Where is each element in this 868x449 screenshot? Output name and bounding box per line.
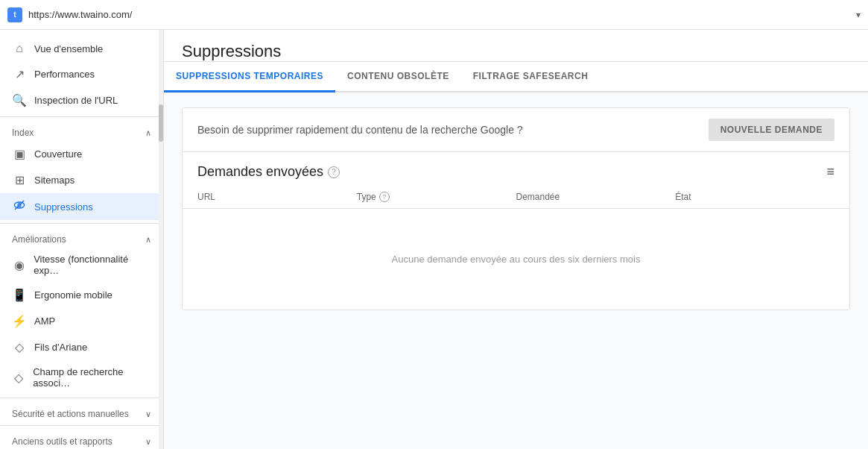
scrollbar-thumb[interactable] (159, 104, 163, 142)
sidebar-item-ergonomie[interactable]: 📱 Ergonomie mobile (0, 282, 163, 308)
sidebar-label-champ-recherche: Champ de recherche associ… (33, 366, 151, 389)
demandes-title-text: Demandes envoyées (197, 164, 323, 180)
col-type-info-icon[interactable]: ? (379, 192, 390, 202)
url-chevron[interactable]: ▾ (856, 10, 861, 20)
grid-icon: ⊞ (12, 173, 27, 187)
empty-state: Aucune demande envoyée au cours des six … (183, 209, 849, 310)
sidebar-label-suppressions: Suppressions (34, 201, 93, 213)
sidebar-item-inspection-url[interactable]: 🔍 Inspection de l'URL (0, 87, 163, 113)
empty-state-text: Aucune demande envoyée au cours des six … (392, 254, 641, 265)
section-securite-label: Sécurité et actions manuelles (12, 409, 129, 419)
request-bar: Besoin de supprimer rapidement du conten… (183, 108, 849, 152)
document-icon: ▣ (12, 147, 27, 161)
scrollbar-track[interactable] (159, 30, 163, 449)
col-etat: État (675, 192, 834, 202)
demandes-header: Demandes envoyées ? ≡ (183, 152, 849, 186)
section-anciens-label: Anciens outils et rapports (12, 436, 113, 447)
sidebar-label-inspection-url: Inspection de l'URL (34, 95, 118, 106)
amp-icon: ⚡ (12, 314, 27, 328)
col-demandee-label: Demandée (516, 192, 560, 202)
section-index-label: Index (12, 128, 34, 138)
section-securite[interactable]: Sécurité et actions manuelles ∨ (0, 401, 163, 422)
eye-icon (12, 199, 27, 214)
sidebar-item-suppressions[interactable]: Suppressions (0, 193, 163, 220)
request-bar-text: Besoin de supprimer rapidement du conten… (197, 124, 523, 136)
sidebar-item-fils-ariane[interactable]: ◇ Fils d'Ariane (0, 334, 163, 360)
section-index[interactable]: Index ∧ (0, 120, 163, 141)
demandes-title: Demandes envoyées ? (197, 164, 340, 180)
section-ameliorations-chevron: ∧ (145, 235, 151, 245)
url-display: https://www.twaino.com/ (28, 9, 856, 20)
page-title: Suppressions (182, 42, 850, 61)
table-header: URL Type ? Demandée État (183, 186, 849, 209)
col-type-label: Type (357, 192, 376, 202)
demandes-info-icon[interactable]: ? (328, 166, 340, 178)
page-title-bar: Suppressions (164, 30, 868, 62)
panel: Besoin de supprimer rapidement du conten… (182, 107, 850, 310)
divider-3 (0, 398, 163, 398)
sidebar-item-vitesse[interactable]: ◉ Vitesse (fonctionnalité exp… (0, 248, 163, 282)
sidebar-item-performances[interactable]: ↗ Performances (0, 61, 163, 87)
tab-temporaires[interactable]: SUPPRESSIONS TEMPORAIRES (164, 62, 335, 92)
sidebar-item-sitemaps[interactable]: ⊞ Sitemaps (0, 167, 163, 193)
favicon: t (7, 7, 22, 22)
top-bar: t https://www.twaino.com/ ▾ (0, 0, 868, 30)
col-etat-label: État (675, 192, 691, 202)
main-layout: ⌂ Vue d'ensemble ↗ Performances 🔍 Inspec… (0, 30, 868, 449)
section-ameliorations[interactable]: Améliorations ∧ (0, 227, 163, 248)
section-anciens[interactable]: Anciens outils et rapports ∨ (0, 429, 163, 449)
section-securite-chevron: ∨ (145, 409, 151, 419)
sidebar-label-amp: AMP (34, 315, 55, 327)
mobile-icon: 📱 (12, 288, 27, 302)
section-ameliorations-label: Améliorations (12, 234, 66, 245)
speed-icon: ◉ (12, 258, 26, 272)
searchbox-icon: ◇ (12, 371, 25, 385)
sidebar-item-vue-ensemble[interactable]: ⌂ Vue d'ensemble (0, 36, 163, 61)
sidebar-item-couverture[interactable]: ▣ Couverture (0, 141, 163, 167)
trend-icon: ↗ (12, 67, 27, 81)
col-demandee: Demandée (516, 192, 676, 202)
content-area: Suppressions SUPPRESSIONS TEMPORAIRES CO… (164, 30, 868, 449)
sidebar-label-couverture: Couverture (34, 148, 82, 160)
sidebar-label-vitesse: Vitesse (fonctionnalité exp… (34, 254, 151, 276)
sidebar-label-vue-ensemble: Vue d'ensemble (34, 43, 103, 54)
sidebar-label-sitemaps: Sitemaps (34, 175, 75, 186)
section-index-chevron: ∧ (145, 128, 151, 138)
breadcrumb-icon: ◇ (12, 340, 27, 354)
search-icon: 🔍 (12, 93, 27, 107)
sidebar: ⌂ Vue d'ensemble ↗ Performances 🔍 Inspec… (0, 30, 164, 449)
tab-safesearch[interactable]: FILTRAGE SAFESEARCH (461, 62, 601, 92)
divider-4 (0, 425, 163, 426)
sidebar-label-fils-ariane: Fils d'Ariane (34, 342, 87, 353)
tabs-bar: SUPPRESSIONS TEMPORAIRES CONTENU OBSOLÈT… (164, 62, 868, 92)
sidebar-item-champ-recherche[interactable]: ◇ Champ de recherche associ… (0, 360, 163, 395)
col-url: URL (197, 192, 357, 202)
sidebar-label-ergonomie: Ergonomie mobile (34, 289, 113, 301)
nouvelle-demande-button[interactable]: NOUVELLE DEMANDE (709, 119, 834, 141)
col-type: Type ? (357, 192, 516, 202)
sidebar-item-amp[interactable]: ⚡ AMP (0, 308, 163, 334)
col-url-label: URL (197, 192, 215, 202)
sidebar-label-performances: Performances (34, 69, 95, 80)
home-icon: ⌂ (12, 42, 27, 55)
filter-icon[interactable]: ≡ (826, 164, 834, 180)
section-anciens-chevron: ∨ (145, 437, 151, 447)
divider-2 (0, 223, 163, 224)
divider-1 (0, 116, 163, 117)
tab-obsolete[interactable]: CONTENU OBSOLÈTE (335, 62, 461, 92)
